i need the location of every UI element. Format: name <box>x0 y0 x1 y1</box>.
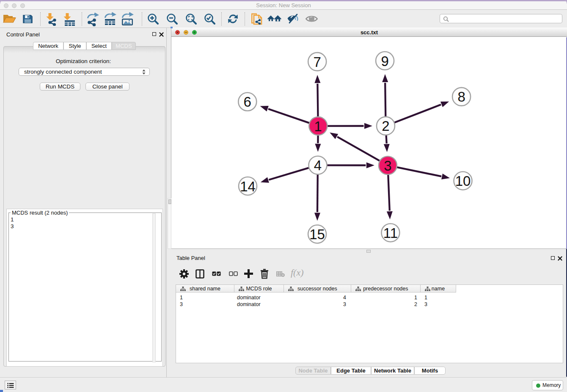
svg-text:8: 8 <box>457 89 465 105</box>
svg-text:4: 4 <box>314 157 322 173</box>
svg-text:6: 6 <box>244 94 251 110</box>
svg-text:3: 3 <box>384 158 391 174</box>
svg-text:10: 10 <box>455 173 471 189</box>
svg-text:11: 11 <box>383 225 398 241</box>
svg-text:9: 9 <box>381 53 388 69</box>
svg-text:14: 14 <box>240 179 256 194</box>
svg-text:2: 2 <box>382 118 389 134</box>
svg-text:15: 15 <box>309 226 325 242</box>
svg-text:1: 1 <box>314 119 322 134</box>
svg-text:7: 7 <box>314 54 321 70</box>
